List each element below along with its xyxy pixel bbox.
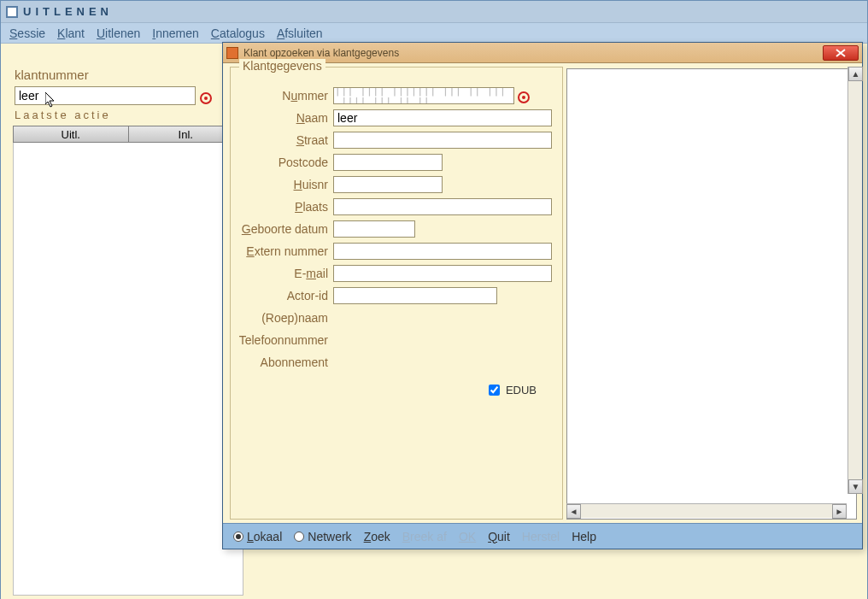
menu-catalogus[interactable]: Catalogus [211, 26, 265, 40]
radio-lokaal[interactable]: Lokaal [233, 530, 282, 543]
actorid-input[interactable] [333, 287, 497, 304]
extern-input[interactable] [333, 243, 552, 260]
dialog-app-icon [226, 47, 238, 59]
close-button[interactable] [823, 45, 859, 61]
zoek-button[interactable]: Zoek [364, 530, 390, 543]
edub-label: EDUB [506, 384, 537, 396]
menu-klant[interactable]: Klant [57, 26, 85, 40]
scroll-right-icon[interactable]: ► [832, 504, 847, 519]
breekaf-button: Breek af [402, 530, 447, 543]
klantnummer-input[interactable] [15, 86, 196, 105]
menubar: Sessie Klant Uitlenen Innemen Catalogus … [1, 23, 867, 44]
radio-dot-icon [294, 531, 304, 542]
scroll-track[interactable] [848, 81, 862, 479]
horizontal-scrollbar[interactable]: ◄ ► [566, 503, 847, 518]
ok-button: OK [459, 530, 476, 543]
label-abonnement: Abonnement [231, 355, 333, 369]
label-roepnaam: (Roep)naam [231, 311, 333, 325]
geboorte-input[interactable] [333, 220, 415, 238]
help-button[interactable]: Help [572, 530, 596, 543]
edub-checkbox[interactable] [489, 385, 500, 396]
postcode-input[interactable] [333, 154, 443, 171]
klantnummer-label: klantnummer [15, 68, 89, 82]
table-header: Uitl. Inl. [13, 126, 243, 143]
label-geboorte: Geboorte datum [231, 222, 333, 236]
label-postcode: Postcode [231, 156, 333, 169]
dialog-bottom-bar: Lokaal Netwerk Zoek Breek af OK Quit Her… [223, 523, 862, 549]
quit-button[interactable]: Quit [488, 530, 510, 543]
scroll-h-track[interactable] [581, 504, 832, 518]
straat-input[interactable] [333, 132, 552, 149]
target-icon [200, 89, 212, 104]
label-plaats: Plaats [231, 200, 333, 214]
results-list[interactable] [566, 68, 857, 520]
email-input[interactable] [333, 265, 552, 282]
label-telefoon: Telefoonnummer [231, 333, 333, 347]
label-straat: Straat [231, 133, 333, 147]
herstel-button: Herstel [522, 530, 560, 543]
label-email: E-mail [231, 267, 333, 280]
app-icon [6, 6, 18, 18]
naam-input[interactable] [333, 109, 552, 126]
dialog-title: Klant opzoeken via klantgegevens [243, 47, 399, 59]
label-actorid: Actor-id [231, 289, 333, 302]
main-titlebar: UITLENEN [1, 1, 867, 23]
menu-innemen[interactable]: Innemen [152, 26, 198, 40]
klantgegevens-fieldset: Klantgegevens Nummer ||| |||| ||||||| ||… [230, 67, 563, 520]
label-huisnr: Huisnr [231, 178, 333, 191]
scroll-left-icon[interactable]: ◄ [566, 504, 581, 519]
fieldset-legend: Klantgegevens [239, 59, 326, 73]
nummer-input[interactable]: ||| |||| ||||||| ||| || ||| |||| ||| || … [333, 87, 514, 104]
main-title: UITLENEN [23, 5, 113, 18]
menu-sessie[interactable]: Sessie [9, 26, 45, 40]
vertical-scrollbar[interactable]: ▲ ▼ [847, 67, 862, 494]
telefoon-display [333, 332, 497, 349]
scroll-down-icon[interactable]: ▼ [848, 479, 863, 494]
abonnement-display [333, 354, 497, 371]
label-naam: Naam [231, 111, 333, 125]
menu-afsluiten[interactable]: Afsluiten [277, 26, 323, 40]
dialog-body: Klantgegevens Nummer ||| |||| ||||||| ||… [223, 63, 862, 523]
th-uitl[interactable]: Uitl. [14, 126, 129, 142]
label-nummer: Nummer [231, 89, 333, 103]
laatste-actie-label: Laatste actie [15, 109, 111, 121]
dialog-klant-opzoeken: Klant opzoeken via klantgegevens Klantge… [222, 42, 863, 549]
label-extern: Extern nummer [231, 244, 333, 258]
roepnaam-display [333, 309, 497, 326]
table-body [13, 143, 243, 596]
radio-dot-icon [233, 531, 243, 542]
huisnr-input[interactable] [333, 176, 443, 193]
plaats-input[interactable] [333, 198, 552, 215]
radio-netwerk[interactable]: Netwerk [294, 530, 351, 543]
menu-uitlenen[interactable]: Uitlenen [97, 26, 140, 40]
target-icon-dialog [518, 88, 530, 103]
scroll-up-icon[interactable]: ▲ [848, 67, 863, 81]
